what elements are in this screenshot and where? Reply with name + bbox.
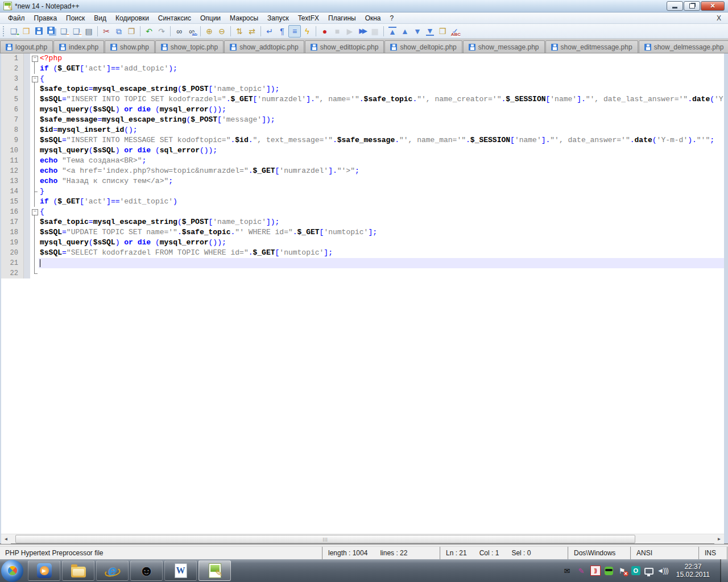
code-line[interactable]: { [39, 74, 724, 84]
restore-button[interactable] [684, 1, 700, 11]
menu-item-8[interactable]: Запуск [263, 13, 293, 23]
code-line[interactable]: <?php [39, 53, 724, 64]
spell-check-icon[interactable]: ✓ABC [449, 25, 461, 38]
status-encoding[interactable]: ANSI [631, 547, 700, 559]
taskbar-clock[interactable]: 22:37 15.02.2011 [672, 563, 714, 579]
fold-marker-end[interactable] [30, 268, 39, 278]
bookmark-margin[interactable] [24, 227, 30, 238]
fold-marker-line[interactable] [30, 166, 39, 176]
bookmark-margin[interactable] [24, 197, 30, 207]
editor-lines[interactable]: 1<?php2if ($_GET['act']=='add_topic');3{… [1, 53, 724, 534]
menu-item-4[interactable]: Кодировки [111, 13, 154, 23]
tab-logout-php[interactable]: logout.php [0, 40, 53, 53]
fold-marker-box[interactable] [30, 74, 39, 84]
code-line[interactable] [39, 258, 724, 268]
menu-item-11[interactable]: Окна [361, 13, 386, 23]
tab-index-php[interactable]: index.php [53, 40, 104, 53]
bookmark-margin[interactable] [24, 74, 30, 84]
bookmark-margin[interactable] [24, 105, 30, 115]
code-line[interactable]: mysql_query($sSQL) or die (sql_error()); [39, 146, 724, 156]
fold-marker-box[interactable] [30, 53, 39, 64]
save-all-icon[interactable] [45, 25, 57, 38]
plugin-folder-icon[interactable]: ❒ [436, 25, 449, 38]
status-typing-mode[interactable]: INS [700, 547, 728, 559]
code-line[interactable]: mysql_query($sSQL) or die (mysql_error()… [39, 105, 724, 115]
tab-show-delmessage-php[interactable]: show_delmessage.php [639, 40, 728, 53]
new-file-icon[interactable]: ❏+ [7, 25, 20, 38]
menu-item-3[interactable]: Вид [89, 13, 111, 23]
code-line[interactable]: mysql_query($sSQL) or die (mysql_error()… [39, 238, 724, 248]
horizontal-scrollbar[interactable]: ◄ ► [1, 534, 724, 543]
code-line[interactable]: echo "Тема создана<BR>"; [39, 156, 724, 166]
fold-marker-line[interactable] [30, 156, 39, 166]
fold-marker-line[interactable] [30, 197, 39, 207]
menu-item-6[interactable]: Опции [196, 13, 225, 23]
taskbar-button-internet-explorer[interactable]: e [96, 560, 129, 581]
code-line[interactable]: $sSQL="INSERT INTO MESSAGE SET kodoftopi… [39, 135, 724, 146]
action-center-flag-icon[interactable]: ⚑ [617, 566, 627, 576]
scroll-left-arrow-icon[interactable]: ◄ [1, 534, 11, 544]
minimize-button[interactable] [667, 1, 683, 11]
paste-icon[interactable]: ❐ [125, 25, 138, 38]
record-macro-icon[interactable]: ● [318, 25, 331, 38]
sync-horizontal-scroll-icon[interactable]: ⇄ [246, 25, 258, 38]
code-line[interactable]: $id=mysql_insert_id(); [39, 125, 724, 135]
teal-app-icon[interactable]: O [631, 566, 640, 575]
fold-marker-line[interactable] [30, 238, 39, 248]
bookmark-margin[interactable] [24, 84, 30, 94]
mail-agent-icon[interactable]: ✉ [562, 566, 572, 576]
status-eol-format[interactable]: Dos\Windows [569, 547, 631, 559]
tab-show-php[interactable]: show.php [105, 40, 155, 53]
close-all-icon[interactable]: ❑− [70, 25, 82, 38]
taskbar-button-media-player[interactable] [28, 560, 60, 581]
function-highlight-icon[interactable]: ϟ [301, 25, 313, 38]
bookmark-margin[interactable] [24, 176, 30, 186]
textfx-top-icon[interactable]: ▲ [386, 25, 399, 38]
tab-show-deltopic-php[interactable]: show_deltopic.php [384, 40, 462, 53]
redo-icon[interactable]: ↷ [155, 25, 168, 38]
tab-show-edittopic-php[interactable]: show_edittopic.php [305, 40, 384, 53]
code-line[interactable]: $sSQL="SELECT kodofrazdel FROM TOPIC WHE… [39, 248, 724, 258]
bookmark-margin[interactable] [24, 156, 30, 166]
sync-vertical-scroll-icon[interactable]: ⇅ [233, 25, 246, 38]
menu-item-10[interactable]: Плагины [324, 13, 361, 23]
tab-show-topic-php[interactable]: show_topic.php [155, 40, 224, 53]
bookmark-margin[interactable] [24, 125, 30, 135]
modem-signal-icon[interactable]: )) [590, 566, 601, 576]
cut-icon[interactable]: ✂ [100, 25, 113, 38]
undo-icon[interactable]: ↶ [143, 25, 155, 38]
menu-close-x[interactable]: X [710, 14, 728, 22]
save-file-icon[interactable] [32, 25, 45, 38]
code-line[interactable]: echo "<a href='index.php?show=topic&numr… [39, 166, 724, 176]
bookmark-margin[interactable] [24, 146, 30, 156]
bookmark-margin[interactable] [24, 135, 30, 146]
menu-item-0[interactable]: Файл [3, 13, 30, 23]
menu-item-7[interactable]: Макросы [225, 13, 263, 23]
show-desktop-button[interactable] [720, 559, 728, 582]
code-line[interactable]: { [39, 207, 724, 217]
fold-marker-tick[interactable] [30, 186, 39, 197]
textfx-bottom-icon[interactable]: ▼ [424, 25, 436, 38]
fold-marker-line[interactable] [30, 105, 39, 115]
menu-item-5[interactable]: Синтаксис [154, 13, 196, 23]
fold-marker-line[interactable] [30, 258, 39, 268]
code-line[interactable]: if ($_GET['act']=='add_topic'); [39, 64, 724, 74]
taskbar-button-word[interactable]: W [164, 560, 197, 581]
code-line[interactable]: $safe_topic=mysql_escape_string($_POST['… [39, 84, 724, 94]
bookmark-margin[interactable] [24, 115, 30, 125]
fold-marker-line[interactable] [30, 146, 39, 156]
network-icon[interactable] [644, 568, 653, 575]
fold-marker-line[interactable] [30, 135, 39, 146]
tab-show-editmessage-php[interactable]: show_editmessage.php [545, 40, 638, 53]
close-file-icon[interactable]: ❏− [57, 25, 70, 38]
tab-show-addtopic-php[interactable]: show_addtopic.php [224, 40, 304, 53]
bookmark-margin[interactable] [24, 217, 30, 227]
print-icon[interactable]: ▤ [82, 25, 95, 38]
start-button[interactable] [1, 560, 23, 582]
menu-item-12[interactable]: ? [386, 13, 399, 23]
volume-icon[interactable]: ◄))) [657, 566, 668, 576]
tab-show-message-php[interactable]: show_message.php [463, 40, 545, 53]
stop-macro-icon[interactable]: ■ [331, 25, 344, 38]
open-file-icon[interactable]: ❒ [20, 25, 32, 38]
fold-marker-line[interactable] [30, 115, 39, 125]
